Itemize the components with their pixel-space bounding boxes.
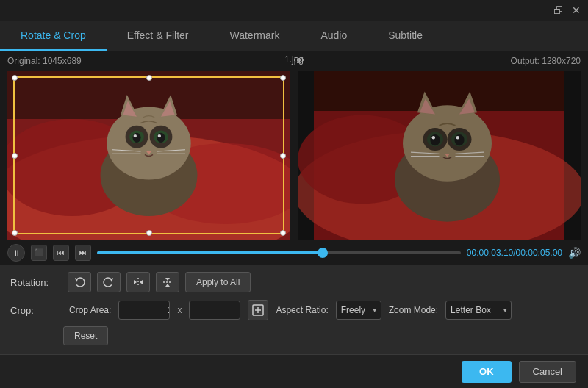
- reset-row: Reset: [10, 326, 578, 345]
- controls-area: Rotation:: [0, 265, 588, 353]
- cat-image-right: [298, 71, 581, 240]
- svg-point-18: [158, 134, 161, 137]
- reset-button[interactable]: Reset: [63, 326, 108, 345]
- svg-marker-52: [140, 280, 143, 284]
- tab-subtitle[interactable]: Subtitle: [368, 21, 443, 51]
- tabs-bar: Rotate & Crop Effect & Filter Watermark …: [0, 21, 588, 51]
- progress-fill: [97, 251, 323, 254]
- ok-button[interactable]: OK: [462, 361, 512, 383]
- crop-height-spinbox[interactable]: ▲ ▼: [189, 301, 240, 320]
- crop-label: Crop:: [10, 305, 62, 316]
- apply-to-all-button[interactable]: Apply to All: [185, 272, 251, 292]
- center-crop-icon: [252, 304, 264, 316]
- timeline-bar: ⏸ ⬛ ⏮ ⏭ 00:00:03.10/00:00:05.00 🔊: [0, 240, 588, 265]
- rotation-row: Rotation:: [10, 272, 578, 292]
- progress-track[interactable]: [97, 251, 461, 254]
- preview-area: Original: 1045x689 👁 1.jpg Output: 1280x…: [0, 51, 588, 265]
- svg-point-30: [403, 105, 492, 181]
- tab-effect-filter[interactable]: Effect & Filter: [107, 21, 209, 51]
- crop-row: Crop: Crop Area: ▲ ▼ x ▲ ▼ Aspect Rat: [10, 300, 578, 320]
- svg-point-16: [157, 133, 165, 143]
- zoom-mode-select[interactable]: Letter Box Pan & Scan Full: [445, 301, 512, 320]
- svg-marker-55: [165, 284, 170, 287]
- zoom-mode-label: Zoom Mode:: [389, 305, 438, 315]
- svg-point-40: [454, 134, 464, 146]
- preview-right-panel: [298, 71, 581, 240]
- aspect-ratio-select[interactable]: Freely 16:9 4:3 1:1: [336, 301, 381, 320]
- flip-horizontal-button[interactable]: [126, 272, 150, 292]
- zoom-mode-select-wrapper[interactable]: Letter Box Pan & Scan Full: [445, 301, 512, 320]
- prev-frame-button[interactable]: ⏮: [53, 245, 69, 261]
- output-size-label: Output: 1280x720: [511, 56, 581, 66]
- play-pause-button[interactable]: ⏸: [7, 244, 25, 262]
- preview-left-panel: [7, 71, 290, 240]
- rotate-right-button[interactable]: [97, 272, 121, 292]
- progress-thumb[interactable]: [318, 248, 328, 258]
- cancel-button[interactable]: Cancel: [519, 361, 576, 383]
- rotate-left-icon: [74, 276, 85, 288]
- stop-button[interactable]: ⬛: [31, 245, 47, 261]
- crop-height-input[interactable]: [190, 305, 240, 315]
- rotate-left-button[interactable]: [68, 272, 91, 292]
- svg-marker-54: [165, 278, 170, 281]
- original-size-label: Original: 1045x689: [7, 56, 82, 66]
- bottom-bar: OK Cancel: [0, 354, 588, 388]
- tab-rotate-crop[interactable]: Rotate & Crop: [0, 21, 107, 51]
- tab-audio[interactable]: Audio: [300, 21, 368, 51]
- svg-point-39: [430, 134, 440, 146]
- aspect-ratio-select-wrapper[interactable]: Freely 16:9 4:3 1:1: [336, 301, 381, 320]
- rotation-label: Rotation:: [10, 277, 62, 288]
- volume-icon[interactable]: 🔊: [568, 247, 581, 259]
- svg-point-41: [432, 136, 435, 139]
- x-separator: x: [177, 305, 182, 315]
- cat-image-left: [7, 71, 290, 240]
- svg-point-17: [134, 134, 137, 137]
- minimize-button[interactable]: 🗗: [553, 4, 564, 16]
- flip-v-icon: [162, 276, 173, 288]
- svg-point-6: [107, 107, 190, 180]
- center-crop-button[interactable]: [248, 300, 268, 320]
- svg-marker-51: [134, 280, 137, 284]
- preview-info-bar: Original: 1045x689 👁 1.jpg Output: 1280x…: [0, 51, 588, 71]
- crop-width-spinbox[interactable]: ▲ ▼: [118, 301, 170, 320]
- flip-h-icon: [132, 276, 144, 288]
- aspect-ratio-label: Aspect Ratio:: [276, 305, 328, 315]
- flip-vertical-button[interactable]: [156, 272, 179, 292]
- preview-panels: [0, 71, 588, 240]
- crop-width-input[interactable]: [119, 305, 170, 315]
- rotate-right-icon: [103, 276, 115, 288]
- next-frame-button[interactable]: ⏭: [75, 245, 91, 261]
- tab-watermark[interactable]: Watermark: [209, 21, 301, 51]
- time-display: 00:00:03.10/00:00:05.00: [467, 248, 562, 258]
- svg-point-15: [133, 133, 141, 143]
- crop-area-label: Crop Area:: [69, 305, 111, 315]
- title-bar: 🗗 ✕: [0, 0, 588, 21]
- filename-label: 1.jpg: [284, 54, 304, 65]
- svg-point-42: [456, 136, 459, 139]
- svg-rect-28: [314, 71, 564, 111]
- close-button[interactable]: ✕: [570, 4, 582, 16]
